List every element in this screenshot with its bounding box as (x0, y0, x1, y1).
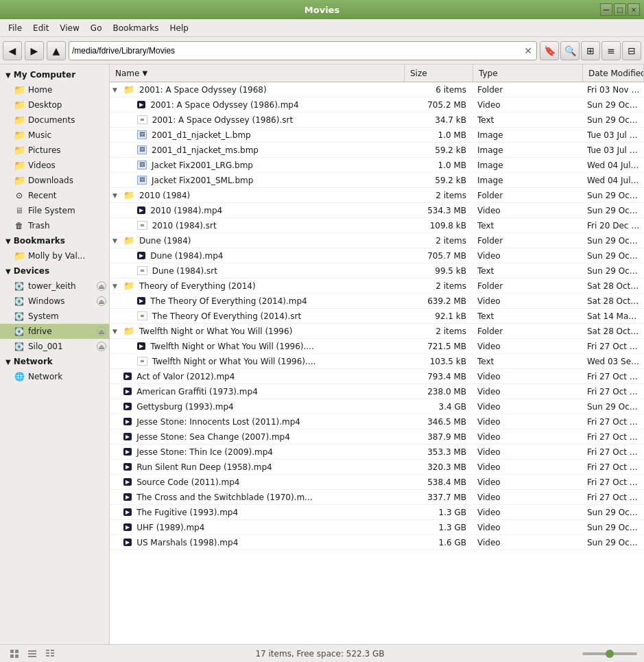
table-row[interactable]: ▶ US Marshals (1998).mp4 1.6 GB Video Su… (110, 535, 644, 550)
file-size: 538.4 MB (405, 477, 473, 487)
home-folder-icon: 📁 (14, 84, 25, 95)
table-row[interactable]: ▶ 2001: A Space Odyssey (1986).mp4 705.2… (110, 97, 644, 113)
col-header-size[interactable]: Size (405, 64, 473, 82)
file-name: The Fugitive (1993).mp4 (136, 508, 238, 517)
bookmarks-view-button[interactable]: 🔖 (540, 41, 559, 60)
table-row[interactable]: ▶ Act of Valor (2012).mp4 793.4 MB Video… (110, 369, 644, 384)
fdrive-eject-icon[interactable]: ⏏ (97, 327, 106, 336)
table-row[interactable]: ▶ American Graffiti (1973).mp4 238.0 MB … (110, 384, 644, 399)
search-button[interactable]: 🔍 (560, 41, 580, 60)
sidebar-section-devices[interactable]: ▼ Devices (0, 263, 109, 279)
file-date: Sun 29 Oct 2017 02:25:03 P (583, 100, 644, 110)
address-input[interactable] (72, 46, 523, 56)
menu-help[interactable]: Help (165, 22, 194, 34)
table-row[interactable]: ≡ The Theory Of Everything (2014).srt 92… (110, 309, 644, 324)
sidebar-section-my-computer[interactable]: ▼ My Computer (0, 67, 109, 82)
zoom-thumb[interactable] (606, 650, 614, 658)
table-row[interactable]: ▶ Dune (1984).mp4 705.7 MB Video Sun 29 … (110, 248, 644, 263)
sidebar-item-fdrive[interactable]: 💽 fdrive ⏏ (0, 324, 109, 339)
table-row[interactable]: ▶ The Cross and the Switchblade (1970).m… (110, 490, 644, 505)
up-button[interactable]: ▲ (47, 41, 66, 60)
table-row[interactable]: ▼ 📁 Theory of Everything (2014) 2 items … (110, 279, 644, 294)
sidebar-item-windows[interactable]: 💽 Windows ⏏ (0, 294, 109, 309)
svg-rect-6 (28, 656, 36, 657)
col-header-name[interactable]: Name ▼ (110, 64, 405, 82)
table-row[interactable]: ▶ Gettysburg (1993).mp4 3.4 GB Video Sun… (110, 399, 644, 414)
sidebar-item-desktop[interactable]: 📁 Desktop (0, 97, 109, 113)
table-row[interactable]: ▼ 📁 2010 (1984) 2 items Folder Sun 29 Oc… (110, 188, 644, 203)
table-row[interactable]: ▶ 2010 (1984).mp4 534.3 MB Video Sun 29 … (110, 203, 644, 218)
compact-view-button[interactable]: ⊟ (622, 41, 641, 60)
menu-file[interactable]: File (3, 22, 27, 34)
sidebar-item-trash[interactable]: 🗑 Trash (0, 218, 109, 233)
table-row[interactable]: ≡ 2001: A Space Odyssey (1986).srt 34.7 … (110, 113, 644, 128)
sidebar-section-network[interactable]: ▼ Network (0, 354, 109, 369)
zoom-slider[interactable] (582, 652, 637, 655)
col-header-type[interactable]: Type (473, 64, 583, 82)
file-size: 387.9 MB (405, 432, 473, 442)
table-row[interactable]: 🖼 Jacket Fix2001_LRG.bmp 1.0 MB Image We… (110, 158, 644, 173)
menu-go[interactable]: Go (85, 22, 108, 34)
sidebar-item-silo001[interactable]: 💽 Silo_001 ⏏ (0, 339, 109, 354)
file-type: Video (473, 206, 583, 215)
svg-rect-8 (46, 652, 49, 654)
windows-eject-icon[interactable]: ⏏ (97, 296, 106, 306)
table-row[interactable]: 🖼 Jacket Fix2001_SML.bmp 59.2 kB Image W… (110, 173, 644, 188)
sidebar-item-music[interactable]: 📁 Music (0, 128, 109, 143)
statusbar-icon1[interactable] (7, 646, 22, 661)
forward-button[interactable]: ▶ (25, 41, 44, 60)
windows-hdd-icon: 💽 (14, 296, 25, 307)
col-type-label: Type (479, 69, 498, 78)
table-row[interactable]: ▶ Twelfth Night or What You Will (1996).… (110, 339, 644, 354)
menu-edit[interactable]: Edit (27, 22, 54, 34)
menu-bookmarks[interactable]: Bookmarks (107, 22, 164, 34)
table-row[interactable]: 🖼 2001_d1_njacket_ms.bmp 59.2 kB Image T… (110, 143, 644, 158)
table-row[interactable]: ▶ UHF (1989).mp4 1.3 GB Video Sun 29 Oct… (110, 520, 644, 535)
sidebar-section-bookmarks[interactable]: ▼ Bookmarks (0, 233, 109, 248)
table-row[interactable]: ▶ Jesse Stone: Thin Ice (2009).mp4 353.3… (110, 445, 644, 460)
table-row[interactable]: ▼ 📁 2001: A Space Odyssey (1968) 6 items… (110, 82, 644, 97)
sidebar-item-molly[interactable]: 📁 Molly by Val... (0, 248, 109, 263)
sidebar-item-system[interactable]: 💽 System (0, 309, 109, 324)
maximize-button[interactable]: □ (614, 3, 626, 16)
sidebar-item-pictures[interactable]: 📁 Pictures (0, 143, 109, 158)
back-button[interactable]: ◀ (3, 41, 22, 60)
sidebar-item-downloads[interactable]: 📁 Downloads (0, 173, 109, 188)
close-button[interactable]: ✕ (628, 3, 640, 16)
sidebar-item-videos[interactable]: 📁 Videos (0, 158, 109, 173)
grid-view-button[interactable]: ⊞ (581, 41, 600, 60)
file-size: 346.5 MB (405, 417, 473, 427)
table-row[interactable]: ≡ 2010 (1984).srt 109.8 kB Text Fri 20 D… (110, 218, 644, 233)
address-clear-button[interactable]: ✕ (523, 45, 534, 56)
sidebar-item-tower-keith[interactable]: 💽 tower_keith ⏏ (0, 279, 109, 294)
minimize-button[interactable]: — (600, 3, 612, 16)
statusbar-icon2[interactable] (25, 646, 40, 661)
table-row[interactable]: ▶ The Fugitive (1993).mp4 1.3 GB Video S… (110, 505, 644, 520)
file-list[interactable]: ▼ 📁 2001: A Space Odyssey (1968) 6 items… (110, 82, 644, 644)
table-row[interactable]: ▶ Run Silent Run Deep (1958).mp4 320.3 M… (110, 460, 644, 475)
table-row[interactable]: ▶ Source Code (2011).mp4 538.4 MB Video … (110, 475, 644, 490)
file-name: Run Silent Run Deep (1958).mp4 (136, 462, 272, 472)
table-row[interactable]: ▼ 📁 Dune (1984) 2 items Folder Sun 29 Oc… (110, 233, 644, 248)
tower-keith-eject-icon[interactable]: ⏏ (97, 281, 106, 291)
silo001-label: Silo_001 (28, 342, 63, 351)
table-row[interactable]: ▶ Jesse Stone: Innocents Lost (2011).mp4… (110, 414, 644, 429)
table-row[interactable]: ▶ The Theory Of Everything (2014).mp4 63… (110, 294, 644, 309)
sidebar-item-documents[interactable]: 📁 Documents (0, 113, 109, 128)
col-header-date[interactable]: Date Modified (583, 64, 644, 82)
table-row[interactable]: 🖼 2001_d1_njacket_L.bmp 1.0 MB Image Tue… (110, 128, 644, 143)
table-row[interactable]: ≡ Dune (1984).srt 99.5 kB Text Sun 29 Oc… (110, 263, 644, 279)
sidebar-item-recent[interactable]: ⊙ Recent (0, 188, 109, 203)
recent-icon: ⊙ (14, 190, 25, 201)
file-date: Fri 27 Oct 2017 04:08:17 PM (583, 477, 644, 487)
list-view-button[interactable]: ≡ (601, 41, 621, 60)
silo001-eject-icon[interactable]: ⏏ (97, 342, 106, 351)
sidebar-item-network[interactable]: 🌐 Network (0, 369, 109, 384)
statusbar-icon3[interactable] (43, 646, 58, 661)
menu-view[interactable]: View (54, 22, 84, 34)
table-row[interactable]: ≡ Twelfth Night or What You Will (1996).… (110, 354, 644, 369)
table-row[interactable]: ▼ 📁 Twelfth Night or What You Will (1996… (110, 324, 644, 339)
table-row[interactable]: ▶ Jesse Stone: Sea Change (2007).mp4 387… (110, 429, 644, 445)
sidebar-item-home[interactable]: 📁 Home (0, 82, 109, 97)
sidebar-item-filesystem[interactable]: 🖥 File System (0, 203, 109, 218)
